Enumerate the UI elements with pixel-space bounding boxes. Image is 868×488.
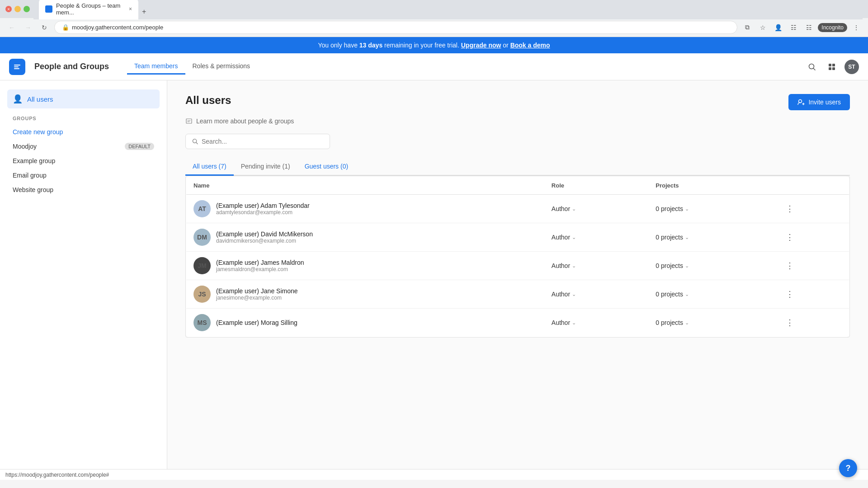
browser-tab-active[interactable]: People & Groups – team mem... × [39,0,138,19]
sidebar-icon[interactable]: ☷ [802,21,815,34]
more-options-btn[interactable]: ⋮ [783,231,796,244]
col-role: Role [544,177,649,195]
role-dropdown[interactable]: Author ⌄ [552,262,642,269]
refresh-btn[interactable]: ↻ [38,21,51,34]
projects-dropdown[interactable]: 0 projects ⌄ [656,291,769,298]
trial-days: 13 days [359,42,382,49]
group-email[interactable]: Email group [7,168,160,183]
projects-dropdown[interactable]: 0 projects ⌄ [656,234,769,241]
learn-more-icon [185,117,193,125]
groups-section-label: GROUPS [13,116,154,121]
projects-count: 0 projects [656,291,683,298]
role-dropdown[interactable]: Author ⌄ [552,319,642,326]
chevron-down-icon: ⌄ [685,263,689,269]
invite-icon [797,99,805,106]
search-header-icon[interactable] [805,60,819,74]
page-header: All users Invite users [185,94,850,110]
role-dropdown[interactable]: Author ⌄ [552,234,642,241]
projects-dropdown[interactable]: 0 projects ⌄ [656,319,769,326]
more-options-btn[interactable]: ⋮ [783,259,796,272]
extensions-icon[interactable]: ⧉ [741,21,754,34]
browser-close-btn[interactable]: × [5,6,12,12]
projects-dropdown[interactable]: 0 projects ⌄ [656,205,769,212]
bookmark-icon[interactable]: ☆ [756,21,769,34]
user-name: (Example user) Jane Simone [216,287,298,295]
nav-roles-permissions[interactable]: Roles & permissions [185,59,258,75]
profile-icon[interactable]: 👤 [772,21,784,34]
invite-users-btn[interactable]: Invite users [788,94,850,110]
book-demo-link[interactable]: Book a demo [510,42,550,49]
projects-count: 0 projects [656,234,683,241]
chevron-down-icon: ⌄ [572,320,576,326]
user-name-cell: DM (Example user) David McMikerson david… [186,223,544,252]
avatar: JM [193,257,211,274]
sidebar: 👤 All users GROUPS Create new group Mood… [0,80,167,469]
col-name: Name [186,177,544,195]
avatar: DM [193,229,211,246]
browser-nav-bar: ← → ↻ 🔒 moodjoy.gathercontent.com/people… [0,18,868,37]
user-name-cell: JS (Example user) Jane Simone janesimone… [186,280,544,309]
role-label: Author [552,205,570,212]
avatar: JS [193,286,211,303]
user-name: (Example user) Adam Tylesondar [216,202,310,209]
default-badge: DEFAULT [125,143,154,150]
svg-rect-4 [832,67,835,70]
col-projects: Projects [648,177,776,195]
user-avatar[interactable]: ST [844,60,859,74]
learn-more-link[interactable]: Learn more about people & groups [185,117,850,125]
browser-titlebar: × People & Groups – team mem... × + [0,0,868,18]
user-actions-cell: ⋮ [776,252,849,280]
user-actions-cell: ⋮ [776,309,849,337]
role-dropdown[interactable]: Author ⌄ [552,205,642,212]
more-options-btn[interactable]: ⋮ [783,288,796,300]
group-website[interactable]: Website group [7,183,160,197]
search-bar[interactable] [185,134,330,149]
projects-count: 0 projects [656,262,683,269]
tab-all-users[interactable]: All users (7) [185,158,234,176]
status-url: https://moodjoy.gathercontent.com/people… [5,472,109,478]
users-table-wrapper: Name Role Projects AT (Example us [185,176,850,338]
user-role-cell: Author ⌄ [544,309,649,337]
menu-icon[interactable]: ⋮ [850,21,863,34]
address-bar[interactable]: 🔒 moodjoy.gathercontent.com/people [54,21,737,34]
upgrade-now-link[interactable]: Upgrade now [461,42,501,49]
user-email: adamtylesondar@example.com [216,209,310,216]
user-icon: 👤 [13,94,23,104]
sidebar-item-all-users[interactable]: 👤 All users [7,89,160,108]
new-tab-btn[interactable]: + [138,4,150,19]
app-nav: Team members Roles & permissions [127,59,257,75]
svg-rect-3 [829,67,831,70]
projects-count: 0 projects [656,205,683,212]
help-btn[interactable]: ? [839,459,857,477]
nav-icons: ⧉ ☆ 👤 ☷ ☷ Incognito ⋮ [741,21,863,34]
user-projects-cell: 0 projects ⌄ [648,252,776,280]
role-dropdown[interactable]: Author ⌄ [552,291,642,298]
user-email: janesimone@example.com [216,295,298,301]
table-row: JS (Example user) Jane Simone janesimone… [186,280,849,309]
main-content: All users Invite users Learn more about … [167,80,868,469]
search-input[interactable] [202,138,323,145]
tabs: All users (7) Pending invite (1) Guest u… [185,158,850,176]
group-moodjoy[interactable]: Moodjoy DEFAULT [7,139,160,154]
nav-team-members[interactable]: Team members [127,59,185,75]
grid-icon[interactable] [825,60,839,74]
more-options-btn[interactable]: ⋮ [783,202,796,215]
browser-minimize-btn[interactable] [14,6,21,12]
back-btn[interactable]: ← [5,21,18,34]
trial-banner: You only have 13 days remaining in your … [0,37,868,53]
projects-dropdown[interactable]: 0 projects ⌄ [656,262,769,269]
url-text: moodjoy.gathercontent.com/people [72,24,163,31]
tab-favicon [45,5,52,13]
browser-maximize-btn[interactable] [24,6,30,12]
forward-btn[interactable]: → [22,21,34,34]
extensions2-icon[interactable]: ☷ [787,21,800,34]
group-example[interactable]: Example group [7,154,160,168]
create-group-item[interactable]: Create new group [7,125,160,139]
tab-close-btn[interactable]: × [129,6,132,12]
tab-guest-users[interactable]: Guest users (0) [297,158,355,176]
group-website-name: Website group [13,186,53,193]
more-options-btn[interactable]: ⋮ [783,316,796,329]
tab-pending-invite[interactable]: Pending invite (1) [234,158,297,176]
user-row-info: JS (Example user) Jane Simone janesimone… [193,286,537,303]
user-role-cell: Author ⌄ [544,252,649,280]
